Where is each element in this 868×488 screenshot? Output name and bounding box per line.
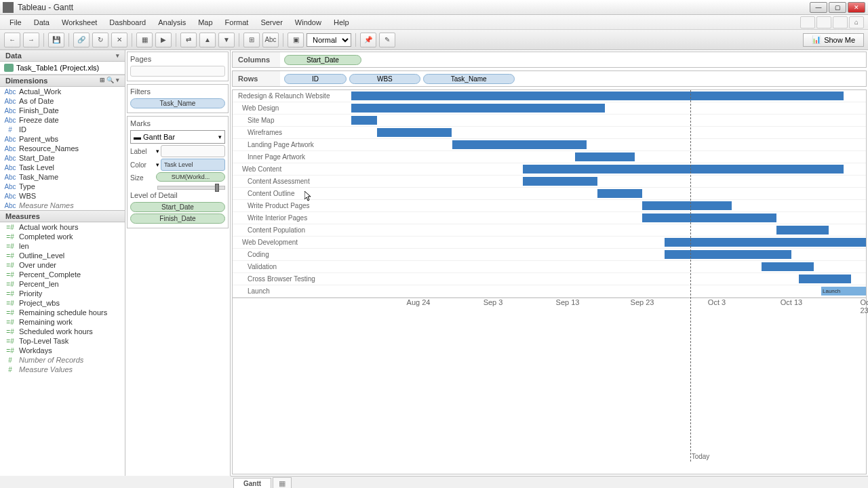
lod-pill-finish_date[interactable]: Finish_Date bbox=[130, 214, 225, 224]
field-percent-complete[interactable]: =#Percent_Complete bbox=[0, 270, 125, 279]
field-len[interactable]: =#len bbox=[0, 241, 125, 251]
back-button[interactable]: ← bbox=[4, 33, 20, 47]
field-measure-names[interactable]: AbcMeasure Names bbox=[0, 201, 125, 210]
group-button[interactable]: ⊞ bbox=[243, 33, 260, 47]
menu-server[interactable]: Server bbox=[255, 17, 288, 28]
field-remaining-work[interactable]: =#Remaining work bbox=[0, 317, 125, 327]
gantt-bar[interactable] bbox=[665, 238, 866, 247]
filter-pill[interactable]: Task_Name bbox=[130, 98, 225, 108]
columns-shelf[interactable]: Columns Start_Date bbox=[232, 52, 867, 68]
gantt-bar[interactable] bbox=[351, 92, 844, 100]
field-over-under[interactable]: =#Over under bbox=[0, 260, 125, 270]
menu-data[interactable]: Data bbox=[28, 17, 55, 28]
new-sheet-button[interactable]: ▦ bbox=[273, 477, 292, 489]
menu-analysis[interactable]: Analysis bbox=[153, 17, 191, 28]
gantt-bar[interactable] bbox=[351, 104, 605, 113]
field-id[interactable]: #ID bbox=[0, 125, 125, 134]
field-actual-work-hours[interactable]: =#Actual work hours bbox=[0, 222, 125, 232]
forward-button[interactable]: → bbox=[23, 33, 39, 47]
view-toggle-1[interactable] bbox=[800, 16, 815, 28]
gantt-bar[interactable] bbox=[799, 274, 851, 283]
label-shelf[interactable] bbox=[161, 145, 225, 157]
view-toggle-2[interactable] bbox=[816, 16, 831, 28]
save-button[interactable]: 💾 bbox=[48, 33, 64, 47]
sort-desc-button[interactable]: ▼ bbox=[218, 33, 235, 47]
field-freeze-date[interactable]: AbcFreeze date bbox=[0, 115, 125, 125]
menu-map[interactable]: Map bbox=[193, 17, 218, 28]
presentation-button[interactable]: ▣ bbox=[288, 33, 304, 47]
field-completed-work[interactable]: =#Completed work bbox=[0, 232, 125, 241]
data-source[interactable]: Task_Table1 (Project.xls) bbox=[0, 62, 125, 75]
gantt-bar[interactable] bbox=[776, 226, 829, 235]
gantt-bar[interactable] bbox=[575, 152, 635, 161]
field-start-date[interactable]: AbcStart_Date bbox=[0, 153, 125, 163]
col-pill[interactable]: Start_Date bbox=[284, 55, 361, 65]
field-workdays[interactable]: =#Workdays bbox=[0, 346, 125, 355]
color-shelf[interactable]: Task Level bbox=[161, 159, 225, 171]
swap-button[interactable]: ⇄ bbox=[180, 33, 197, 47]
gantt-bar[interactable] bbox=[642, 214, 776, 222]
highlight-button[interactable]: ✎ bbox=[379, 33, 395, 47]
field-project-wbs[interactable]: =#Project_wbs bbox=[0, 298, 125, 308]
field-percent-len[interactable]: =#Percent_len bbox=[0, 279, 125, 289]
field-wbs[interactable]: AbcWBS bbox=[0, 191, 125, 201]
refresh-button[interactable]: ↻ bbox=[92, 33, 108, 47]
row-pill[interactable]: WBS bbox=[349, 74, 420, 84]
minimize-button[interactable]: — bbox=[810, 2, 827, 13]
field-priority[interactable]: =#Priority bbox=[0, 289, 125, 298]
close-button[interactable]: ✕ bbox=[848, 2, 865, 13]
gantt-bar[interactable] bbox=[665, 250, 791, 259]
field-remaining-schedule-hours[interactable]: =#Remaining schedule hours bbox=[0, 308, 125, 317]
field-outline-level[interactable]: =#Outline_Level bbox=[0, 251, 125, 260]
menu-worksheet[interactable]: Worksheet bbox=[56, 17, 102, 28]
field-top-level-task[interactable]: =#Top-Level Task bbox=[0, 336, 125, 346]
sort-asc-button[interactable]: ▲ bbox=[199, 33, 216, 47]
field-as-of-date[interactable]: AbcAs of Date bbox=[0, 96, 125, 106]
gantt-bar[interactable] bbox=[762, 262, 814, 271]
field-parent-wbs[interactable]: AbcParent_wbs bbox=[0, 134, 125, 144]
menu-window[interactable]: Window bbox=[290, 17, 327, 28]
size-slider[interactable] bbox=[157, 186, 225, 190]
menu-format[interactable]: Format bbox=[220, 17, 254, 28]
pin-button[interactable]: 📌 bbox=[360, 33, 376, 47]
auto-update-button[interactable]: ▦ bbox=[136, 33, 153, 47]
view-toggle-3[interactable] bbox=[833, 16, 848, 28]
field-actual-work[interactable]: AbcActual_Work bbox=[0, 87, 125, 96]
lod-pill-start_date[interactable]: Start_Date bbox=[130, 202, 225, 212]
gantt-bar[interactable] bbox=[377, 128, 452, 137]
field-scheduled-work-hours[interactable]: =#Scheduled work hours bbox=[0, 327, 125, 336]
menu-file[interactable]: File bbox=[4, 17, 27, 28]
field-task-name[interactable]: AbcTask_Name bbox=[0, 172, 125, 182]
field-task-level[interactable]: AbcTask Level bbox=[0, 163, 125, 172]
field-type[interactable]: AbcType bbox=[0, 182, 125, 191]
rows-shelf[interactable]: Rows IDWBSTask_Name bbox=[232, 70, 867, 87]
gantt-bar[interactable] bbox=[523, 165, 844, 174]
field-finish-date[interactable]: AbcFinish_Date bbox=[0, 106, 125, 115]
gantt-bar[interactable] bbox=[597, 189, 642, 198]
size-pill[interactable]: SUM(Workd... bbox=[156, 172, 225, 182]
label-button[interactable]: Abc bbox=[262, 33, 279, 47]
mark-type-select[interactable]: ▬ Gantt Bar▾ bbox=[130, 130, 225, 144]
show-me-button[interactable]: 📊 Show Me bbox=[803, 33, 864, 47]
row-pill[interactable]: ID bbox=[284, 74, 347, 84]
menu-help[interactable]: Help bbox=[328, 17, 355, 28]
menu-dashboard[interactable]: Dashboard bbox=[104, 17, 151, 28]
field-number-of-records[interactable]: #Number of Records bbox=[0, 355, 125, 365]
field-measure-values[interactable]: #Measure Values bbox=[0, 365, 125, 374]
gantt-bar[interactable] bbox=[351, 116, 377, 125]
clear-button[interactable]: ✕ bbox=[111, 33, 127, 47]
connect-button[interactable]: 🔗 bbox=[73, 33, 90, 47]
row-pill[interactable]: Task_Name bbox=[423, 74, 515, 84]
home-icon[interactable]: ⌂ bbox=[849, 16, 864, 28]
gantt-bar[interactable] bbox=[452, 140, 587, 149]
field-resource-names[interactable]: AbcResource_Names bbox=[0, 144, 125, 153]
gantt-bar[interactable] bbox=[642, 201, 732, 210]
fit-select[interactable]: Normal bbox=[307, 33, 351, 47]
filters-shelf[interactable]: Filters Task_Name bbox=[127, 84, 229, 113]
maximize-button[interactable]: ▢ bbox=[829, 2, 846, 13]
gantt-bar[interactable]: Launch bbox=[821, 287, 866, 296]
run-button[interactable]: ▶ bbox=[155, 33, 172, 47]
sheet-tab-gantt[interactable]: Gantt bbox=[233, 478, 271, 489]
gantt-bar[interactable] bbox=[523, 177, 597, 186]
pages-shelf[interactable]: Pages bbox=[127, 52, 229, 81]
